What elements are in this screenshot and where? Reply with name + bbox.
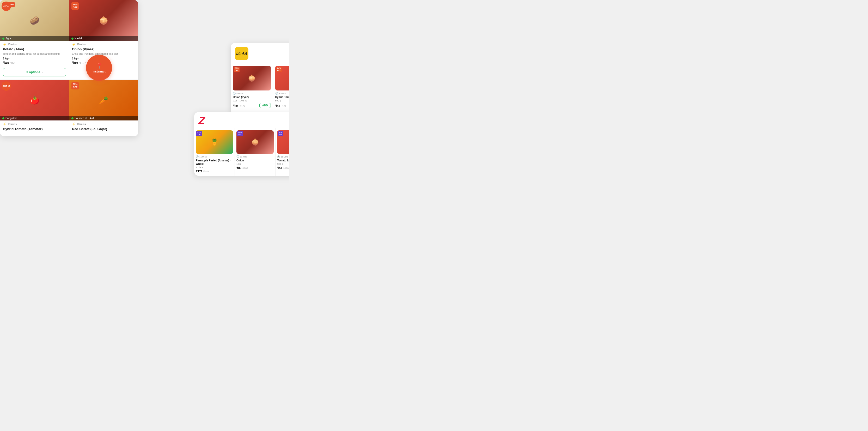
clock-icon: 🕐 <box>277 155 280 158</box>
chevron-down-icon: ▾ <box>8 57 10 60</box>
zepto-panel: Z 21%Off 🍍 🕐 11 Mins Pineapple Peeled (A… <box>194 112 289 176</box>
product-body: ⚡ 10 mins Potato (Aloo) Tender and starc… <box>0 41 69 68</box>
bl-price-row: ₹89 ₹124 ADD <box>233 103 271 108</box>
ze-delivery: 🕐 11 Mins <box>196 155 233 158</box>
ze-discount-badge: 18%Off <box>237 131 243 136</box>
ze-delivery: 🕐 11 Mins <box>237 155 274 158</box>
ze-price-row: ₹171 ₹219 <box>196 170 233 173</box>
zepto-logo: Z <box>198 115 205 126</box>
ze-product-name: Pineapple Peeled (Ananas) - Whole <box>196 159 233 165</box>
onion-image: 🧅 <box>69 0 138 41</box>
logo-pin-icon: 📍 <box>96 63 103 69</box>
blinkit-panel: blinkit 28%OFF 🧅 🕐 8 MINS Onion (Pyaz) 0… <box>231 43 289 114</box>
discount-badge: 50%OFF <box>71 82 79 89</box>
ze-price-orig: ₹219 <box>203 170 209 173</box>
zepto-product-onion: 18%Off 🧅 🕐 11 Mins Onion 1 kg ₹89 ₹109 <box>235 128 276 176</box>
product-body: ⚡ 10 mins Hybrid Tomato (Tamatar) <box>0 120 69 133</box>
instamart-logo: 📍 Instamart <box>86 55 112 81</box>
blinkit-logo-text: blinkit <box>236 51 247 56</box>
ze-weight: 1 piece <box>196 166 233 169</box>
zepto-product-pineapple: 21%Off 🍍 🕐 11 Mins Pineapple Peeled (Ana… <box>194 128 235 176</box>
chevron-down-icon: ▾ <box>41 71 43 73</box>
origin-bar: Nashik <box>69 36 138 41</box>
ze-product-name: Tomato Local <box>277 159 289 162</box>
zepto-product-tomato: 57%Off 🍅 🕐 11 Mins Tomato Local 500 g ₹4… <box>276 128 289 176</box>
bl-weight: 500 g <box>275 99 289 102</box>
ze-discount-badge: 57%Off <box>278 131 283 136</box>
product-image-wrap: 🍅 20%OFF Bangalore 2035 of <box>0 80 69 120</box>
blinkit-header: blinkit <box>231 43 289 63</box>
ze-weight: 500 g <box>277 163 289 165</box>
zepto-header: Z <box>194 112 289 128</box>
product-name: Potato (Aloo) <box>3 47 66 51</box>
product-image-wrap: 🧅 29%OFF Nashik <box>69 0 138 41</box>
delivery-time: ⚡ 10 mins <box>3 43 66 46</box>
clock-icon: 🕐 <box>233 92 236 95</box>
price-original: ₹68 <box>10 61 15 65</box>
ze-price-orig: ₹109 <box>242 167 248 170</box>
green-dot <box>71 117 73 119</box>
weight-select[interactable]: 1 kg ▾ <box>3 57 66 60</box>
instamart-products-grid: 🥔 29% OFF Agra 497 of ⚡ 10 mins Potato (… <box>0 0 138 80</box>
origin-label: Agra <box>5 37 11 40</box>
bl-price: ₹89 <box>233 104 238 107</box>
product-name: Onion (Pyaaz) <box>72 47 135 51</box>
green-dot <box>2 37 4 40</box>
product-name: Red Carrot (Lal Gajar) <box>72 127 135 131</box>
clock-icon: 🕐 <box>196 155 198 158</box>
price-current: ₹48 <box>3 61 9 65</box>
origin-label: Bangalore <box>5 117 18 120</box>
green-dot <box>71 37 73 40</box>
product-image-wrap: 🥕 50%OFF Sourced at 5 AM <box>69 80 138 120</box>
bl-price-orig: ₹124 <box>240 105 245 107</box>
bl-delivery: 🕐 8 MINS <box>275 92 289 95</box>
chevron-down-icon: ▾ <box>78 57 79 60</box>
price-current: ₹89 <box>72 61 78 65</box>
ze-price: ₹89 <box>237 166 241 170</box>
counter-badge: 497 of <box>2 2 11 11</box>
bl-delivery: 🕐 8 MINS <box>233 92 271 95</box>
ze-price-orig: ₹100 <box>283 167 288 170</box>
bl-discount-badge: 28%OFF <box>234 67 240 72</box>
ze-price: ₹43 <box>277 166 282 170</box>
delivery-time: ⚡ 10 mins <box>72 43 135 46</box>
product-desc: Crisp and Pungent, adds depth to a dish <box>72 52 135 56</box>
instamart-panel: 🥔 29% OFF Agra 497 of ⚡ 10 mins Potato (… <box>0 0 138 136</box>
discount-badge: 29%OFF <box>71 2 79 10</box>
blinkit-logo-box: blinkit <box>235 47 248 60</box>
bl-image-wrap: 24%OFF 🍅 <box>275 66 289 90</box>
bl-product-name: Onion (Pyaz) <box>233 95 271 99</box>
instamart-second-row: 🍅 20%OFF Bangalore 2035 of ⚡ 10 mins Hyb… <box>0 80 138 136</box>
product-desc: Tender and starchy, great for curries an… <box>3 52 66 56</box>
blinkit-products-grid: 28%OFF 🧅 🕐 8 MINS Onion (Pyaz) 0.95 - 1.… <box>231 63 289 114</box>
clock-icon: 🕐 <box>275 92 278 95</box>
bolt-icon: ⚡ <box>3 43 6 46</box>
bl-discount-badge: 24%OFF <box>276 67 282 72</box>
instamart-brand-name: Instamart <box>93 70 105 73</box>
ze-weight: 1 kg <box>237 163 274 165</box>
origin-bar: Bangalore <box>0 116 69 120</box>
green-dot <box>2 117 4 119</box>
blinkit-product-onion: 28%OFF 🧅 🕐 8 MINS Onion (Pyaz) 0.95 - 1.… <box>231 63 273 114</box>
price-original: ₹127 <box>79 61 86 65</box>
bl-weight: 0.95 - 1.05 kg <box>233 99 271 102</box>
origin-bar: Agra <box>0 36 69 41</box>
instamart-product-carrot: 🥕 50%OFF Sourced at 5 AM ⚡ 10 mins Red C… <box>69 80 138 136</box>
clock-icon: 🕐 <box>237 155 239 158</box>
price-row: ₹48 ₹68 <box>3 61 66 65</box>
options-button[interactable]: 3 options ▾ <box>3 68 66 76</box>
ze-delivery: 🕐 11 Mins <box>277 155 289 158</box>
origin-bar: Sourced at 5 AM <box>69 116 138 120</box>
ze-discount-badge: 21%Off <box>196 131 202 136</box>
bolt-icon: ⚡ <box>3 123 6 126</box>
bl-price-orig: ₹57 <box>282 105 286 107</box>
ze-price-row: ₹89 ₹109 <box>237 166 274 170</box>
ze-product-name: Onion <box>237 159 274 162</box>
product-body: ⚡ 10 mins Red Carrot (Lal Gajar) <box>69 120 138 133</box>
bl-add-button[interactable]: ADD <box>259 103 271 108</box>
bl-product-name: Hybrid Tomato (Tamatar) <box>275 95 289 99</box>
carrot-image: 🥕 <box>69 80 138 120</box>
bl-price-row: ₹43 ₹57 ADD <box>275 103 289 108</box>
product-name: Hybrid Tomato (Tamatar) <box>3 127 66 131</box>
instamart-product-tomato: 🍅 20%OFF Bangalore 2035 of ⚡ 10 mins Hyb… <box>0 80 69 136</box>
